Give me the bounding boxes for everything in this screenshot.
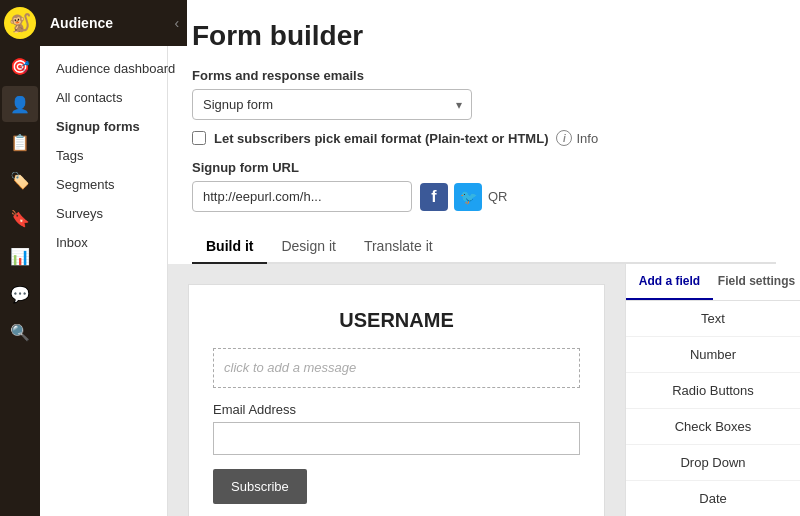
email-input[interactable] bbox=[213, 422, 580, 455]
text-nav: Audience ‹ Audience dashboard All contac… bbox=[40, 0, 187, 516]
audience-title: Audience bbox=[50, 15, 113, 31]
message-placeholder: click to add a message bbox=[224, 360, 356, 375]
form-select-row: Signup form ▾ bbox=[192, 89, 776, 120]
icon-rail: 🐒 🎯 👤 📋 🏷️ 🔖 📊 💬 🔍 bbox=[0, 0, 40, 516]
nav-item-tags[interactable]: Tags bbox=[40, 141, 187, 170]
form-preview: USERNAME click to add a message Email Ad… bbox=[188, 284, 605, 516]
nav-item-signup-forms[interactable]: Signup forms bbox=[40, 112, 187, 141]
tab-build-it[interactable]: Build it bbox=[192, 230, 267, 264]
nav-item-all-contacts[interactable]: All contacts bbox=[40, 83, 187, 112]
field-item-checkboxes[interactable]: Check Boxes bbox=[626, 409, 800, 445]
nav-header: Audience ‹ bbox=[40, 0, 187, 46]
info-badge[interactable]: i Info bbox=[556, 130, 598, 146]
info-icon: i bbox=[556, 130, 572, 146]
qr-link[interactable]: QR bbox=[488, 189, 508, 204]
info-label: Info bbox=[576, 131, 598, 146]
sidebar-icon-forms[interactable]: 📋 bbox=[2, 124, 38, 160]
url-section-label: Signup form URL bbox=[192, 160, 776, 175]
email-label: Email Address bbox=[213, 402, 580, 417]
form-preview-wrapper: USERNAME click to add a message Email Ad… bbox=[168, 264, 625, 516]
forms-label: Forms and response emails bbox=[192, 68, 776, 83]
right-panel: Add a field Field settings Text Number R… bbox=[625, 264, 800, 516]
right-panel-tabs: Add a field Field settings bbox=[626, 264, 800, 301]
page-title: Form builder bbox=[192, 20, 776, 52]
page-header: Form builder Forms and response emails S… bbox=[168, 0, 800, 222]
right-tab-field-settings[interactable]: Field settings bbox=[713, 264, 800, 300]
content-area: USERNAME click to add a message Email Ad… bbox=[168, 264, 800, 516]
form-username: USERNAME bbox=[213, 309, 580, 332]
sidebar-icon-search[interactable]: 🔍 bbox=[2, 314, 38, 350]
sidebar-icon-contacts[interactable]: 👤 bbox=[2, 86, 38, 122]
sidebar-icon-inbox[interactable]: 💬 bbox=[2, 276, 38, 312]
field-item-dropdown[interactable]: Drop Down bbox=[626, 445, 800, 481]
field-item-number[interactable]: Number bbox=[626, 337, 800, 373]
tab-translate-it[interactable]: Translate it bbox=[350, 230, 447, 264]
form-select-wrapper: Signup form ▾ bbox=[192, 89, 472, 120]
twitter-icon[interactable]: 🐦 bbox=[454, 183, 482, 211]
sidebar-icon-segments[interactable]: 🔖 bbox=[2, 200, 38, 236]
field-item-date[interactable]: Date bbox=[626, 481, 800, 516]
field-item-radio[interactable]: Radio Buttons bbox=[626, 373, 800, 409]
field-item-text[interactable]: Text bbox=[626, 301, 800, 337]
right-tab-add-field[interactable]: Add a field bbox=[626, 264, 713, 300]
message-area[interactable]: click to add a message bbox=[213, 348, 580, 388]
tab-design-it[interactable]: Design it bbox=[267, 230, 349, 264]
url-input[interactable] bbox=[192, 181, 412, 212]
form-select[interactable]: Signup form bbox=[192, 89, 472, 120]
sidebar-icon-audience[interactable]: 🎯 bbox=[2, 48, 38, 84]
tabs: Build it Design it Translate it bbox=[192, 230, 776, 264]
checkbox-label: Let subscribers pick email format (Plain… bbox=[214, 131, 548, 146]
nav-item-inbox[interactable]: Inbox bbox=[40, 228, 187, 257]
sidebar-icon-tags[interactable]: 🏷️ bbox=[2, 162, 38, 198]
nav-item-segments[interactable]: Segments bbox=[40, 170, 187, 199]
logo-area: 🐒 bbox=[0, 0, 40, 46]
sidebar: 🐒 🎯 👤 📋 🏷️ 🔖 📊 💬 🔍 Audience ‹ Audience d… bbox=[0, 0, 168, 516]
url-section: Signup form URL f 🐦 QR bbox=[192, 160, 776, 212]
url-row: f 🐦 QR bbox=[192, 181, 776, 212]
checkbox-row: Let subscribers pick email format (Plain… bbox=[192, 130, 776, 146]
sidebar-nav: Audience dashboard All contacts Signup f… bbox=[40, 46, 187, 516]
main-content: Form builder Forms and response emails S… bbox=[168, 0, 800, 516]
facebook-icon[interactable]: f bbox=[420, 183, 448, 211]
nav-item-surveys[interactable]: Surveys bbox=[40, 199, 187, 228]
subscribe-button[interactable]: Subscribe bbox=[213, 469, 307, 504]
email-format-checkbox[interactable] bbox=[192, 131, 206, 145]
nav-item-dashboard[interactable]: Audience dashboard bbox=[40, 54, 187, 83]
sidebar-icon-surveys[interactable]: 📊 bbox=[2, 238, 38, 274]
social-icons: f 🐦 QR bbox=[420, 183, 508, 211]
mailchimp-logo: 🐒 bbox=[4, 7, 36, 39]
field-list: Text Number Radio Buttons Check Boxes Dr… bbox=[626, 301, 800, 516]
